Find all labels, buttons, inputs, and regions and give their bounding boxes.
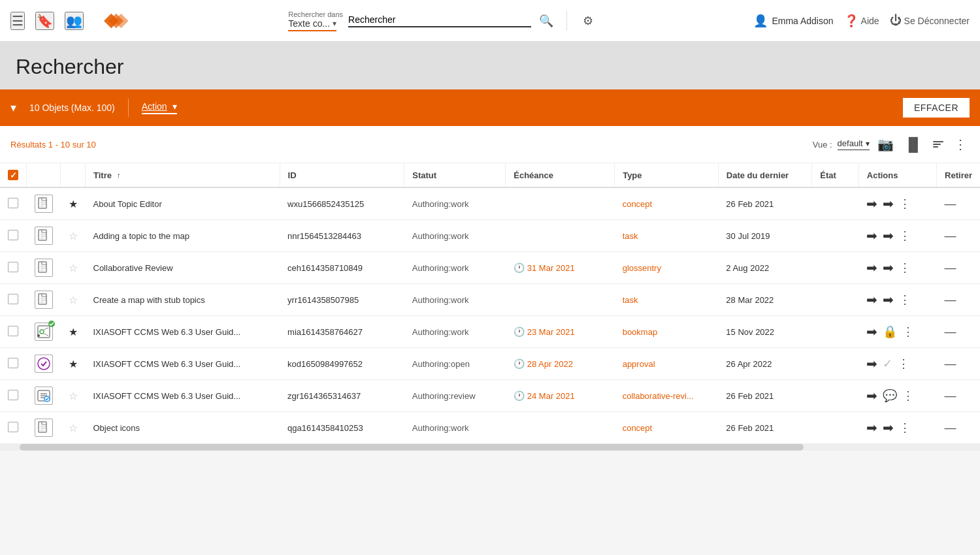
row-id: qga1614358410253 [280, 412, 404, 444]
star-empty-icon[interactable]: ☆ [69, 262, 78, 274]
row-title[interactable]: Adding a topic to the map [86, 220, 280, 252]
row-statut: Authoring:work [404, 187, 506, 220]
forward-arrow-icon[interactable]: ➡ [883, 260, 894, 276]
deadline-overdue-icon: 🕐 [514, 390, 525, 401]
retirer-dash-icon[interactable]: — [945, 421, 956, 434]
row-date: 2 Aug 2022 [718, 252, 811, 284]
star-empty-icon[interactable]: ☆ [69, 422, 78, 434]
camera-icon-button[interactable]: 📷 [875, 134, 896, 155]
row-checkbox-5[interactable] [8, 358, 18, 368]
results-toolbar-right: Vue : default ▾ 📷 ▐▌ ⋮ [813, 134, 970, 155]
action-dropdown[interactable]: Action ▾ [142, 101, 177, 114]
row-title[interactable]: IXIASOFT CCMS Web 6.3 User Guid... [86, 348, 280, 380]
search-button[interactable]: 🔍 [536, 14, 556, 28]
retirer-dash-icon[interactable]: — [945, 325, 956, 338]
star-empty-icon[interactable]: ☆ [69, 294, 78, 306]
more-options-icon[interactable]: ⋮ [899, 293, 911, 307]
row-checkbox-1[interactable] [8, 230, 18, 240]
more-options-icon[interactable]: ⋮ [899, 197, 911, 211]
horizontal-scrollbar[interactable] [0, 444, 980, 451]
row-date: 30 Jul 2019 [718, 220, 811, 252]
effacer-button[interactable]: EFFACER [903, 98, 970, 118]
people-button[interactable]: 👥 [65, 12, 84, 30]
more-options-icon[interactable]: ⋮ [902, 388, 914, 403]
star-filled-icon[interactable]: ★ [69, 326, 78, 338]
action-bar-chevron-button[interactable]: ▾ [10, 101, 16, 115]
send-icon[interactable]: ➡ [866, 228, 877, 244]
bookmark-button[interactable]: 🔖 [35, 12, 54, 30]
send-icon[interactable]: ➡ [866, 388, 877, 404]
table-row: ☆Create a map with stub topicsyrr1614358… [0, 284, 980, 316]
table-row: ☆IXIASOFT CCMS Web 6.3 User Guid...zgr16… [0, 380, 980, 412]
results-area: Résultats 1 - 10 sur 10 Vue : default ▾ … [0, 126, 980, 451]
row-checkbox-0[interactable] [8, 198, 18, 208]
logout-button[interactable]: ⏻ Se Déconnecter [890, 14, 970, 27]
retirer-dash-icon[interactable]: — [945, 293, 956, 306]
more-options-icon[interactable]: ⋮ [902, 325, 914, 339]
more-options-icon[interactable]: ⋮ [899, 420, 911, 435]
row-checkbox-6[interactable] [8, 390, 18, 400]
send-icon[interactable]: ➡ [866, 292, 877, 308]
send-icon[interactable]: ➡ [866, 196, 877, 212]
filter-settings-button[interactable]: ⚙ [578, 14, 598, 28]
row-title[interactable]: Collaborative Review [86, 252, 280, 284]
titre-sort-icon: ↑ [117, 171, 121, 180]
forward-arrow-icon[interactable]: ➡ [883, 228, 894, 244]
search-select[interactable]: Texte co... ▾ [288, 18, 336, 31]
row-title[interactable]: Object icons [86, 412, 280, 444]
user-info[interactable]: 👤 Emma Addison [753, 14, 833, 28]
send-icon[interactable]: ➡ [866, 420, 877, 436]
search-input[interactable] [348, 14, 531, 25]
retirer-dash-icon[interactable]: — [945, 389, 956, 402]
vue-select-arrow-icon: ▾ [866, 139, 870, 148]
retirer-dash-icon[interactable]: — [945, 229, 956, 242]
star-filled-icon[interactable]: ★ [69, 198, 78, 210]
star-empty-icon[interactable]: ☆ [69, 230, 78, 242]
hamburger-button[interactable]: ☰ [10, 12, 25, 30]
forward-arrow-icon[interactable]: ➡ [883, 292, 894, 308]
row-checkbox-3[interactable] [8, 294, 18, 304]
lock-icon[interactable]: 🔒 [883, 325, 897, 339]
retirer-dash-icon[interactable]: — [945, 261, 956, 274]
check-circle-icon[interactable]: ✓ [883, 357, 892, 371]
help-button[interactable]: ❓ Aide [844, 14, 879, 28]
row-type: collaborative-revi... [615, 380, 719, 412]
more-options-icon[interactable]: ⋮ [899, 229, 911, 243]
row-id: yrr1614358507985 [280, 284, 404, 316]
send-icon[interactable]: ➡ [866, 324, 877, 340]
columns-icon-button[interactable]: ▐▌ [902, 135, 925, 155]
action-dropdown-arrow-icon: ▾ [172, 101, 177, 112]
row-date: 28 Mar 2022 [718, 284, 811, 316]
actions-cell: ➡ ➡ ⋮ [866, 260, 928, 276]
filter-lines-button[interactable] [930, 138, 946, 150]
row-checkbox-7[interactable] [8, 422, 18, 432]
row-title[interactable]: IXIASOFT CCMS Web 6.3 User Guid... [86, 380, 280, 412]
forward-arrow-icon[interactable]: ➡ [883, 420, 894, 436]
search-divider [566, 11, 567, 31]
row-date: 26 Feb 2021 [718, 187, 811, 220]
more-vert-button[interactable]: ⋮ [951, 134, 970, 155]
search-input-wrapper [348, 14, 531, 27]
row-title[interactable]: IXIASOFT CCMS Web 6.3 User Guid... [86, 316, 280, 348]
vue-select[interactable]: default ▾ [838, 138, 870, 150]
row-checkbox-4[interactable] [8, 326, 18, 336]
star-empty-icon[interactable]: ☆ [69, 390, 78, 402]
row-id: zgr1614365314637 [280, 380, 404, 412]
svg-line-21 [44, 328, 48, 330]
row-title[interactable]: About Topic Editor [86, 187, 280, 220]
star-filled-icon[interactable]: ★ [69, 358, 78, 370]
send-icon[interactable]: ➡ [866, 356, 877, 372]
forward-arrow-icon[interactable]: ➡ [883, 196, 894, 212]
row-checkbox-2[interactable] [8, 262, 18, 272]
retirer-dash-icon[interactable]: — [945, 197, 956, 210]
send-icon[interactable]: ➡ [866, 260, 877, 276]
retirer-dash-icon[interactable]: — [945, 357, 956, 370]
select-all-checkbox[interactable]: ✓ [8, 170, 18, 180]
comment-icon[interactable]: 💬 [883, 388, 897, 403]
more-options-icon[interactable]: ⋮ [899, 261, 911, 275]
more-options-icon[interactable]: ⋮ [898, 357, 909, 371]
row-actions: ➡ ➡ ⋮ [858, 412, 936, 444]
row-title[interactable]: Create a map with stub topics [86, 284, 280, 316]
row-echeance [506, 284, 615, 316]
th-titre[interactable]: Titre ↑ [86, 163, 280, 187]
